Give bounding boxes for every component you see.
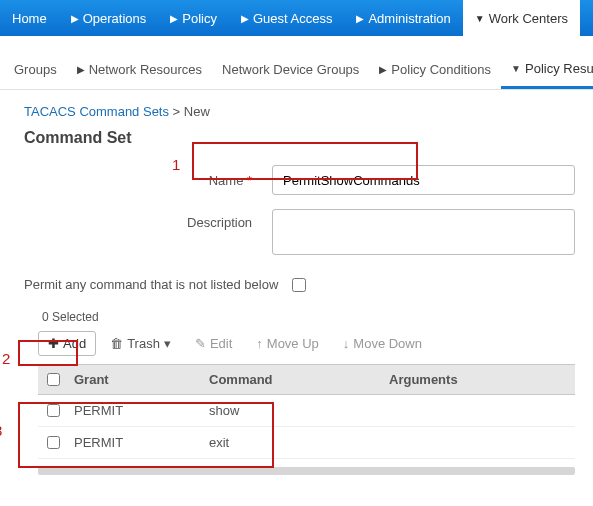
- nav-operations[interactable]: ▶ Operations: [59, 0, 159, 36]
- name-label-wrap: Name *: [18, 173, 272, 188]
- annotation-number-3: 3: [0, 422, 2, 439]
- grid-header: Grant Command Arguments: [38, 365, 575, 395]
- arrow-down-icon: ↓: [343, 336, 350, 351]
- row-checkbox[interactable]: [47, 404, 60, 417]
- permit-any-label: Permit any command that is not listed be…: [24, 277, 278, 292]
- caret-right-icon: ▶: [356, 13, 364, 24]
- caret-down-icon: ▼: [475, 13, 485, 24]
- commands-table-section: 0 Selected ✚ Add 🗑 Trash ▾ ✎ Edit ↑ Move…: [38, 310, 575, 475]
- nav-label: Administration: [368, 11, 450, 26]
- caret-down-icon: ▼: [511, 63, 521, 74]
- caret-right-icon: ▶: [77, 64, 85, 75]
- name-label: Name: [209, 173, 244, 188]
- selected-count: 0 Selected: [42, 310, 575, 324]
- nav-home[interactable]: Home: [0, 0, 59, 36]
- horizontal-scrollbar[interactable]: [38, 467, 575, 475]
- nav-label: Home: [12, 11, 47, 26]
- trash-label: Trash: [127, 336, 160, 351]
- edit-button[interactable]: ✎ Edit: [185, 331, 242, 356]
- select-all-checkbox[interactable]: [47, 373, 60, 386]
- description-label: Description: [18, 209, 272, 230]
- subnav-policy-results[interactable]: ▼ Policy Results: [501, 50, 593, 89]
- subnav-label: Policy Results: [525, 61, 593, 76]
- cell-grant: PERMIT: [68, 435, 203, 450]
- subnav-label: Groups: [14, 62, 57, 77]
- table-toolbar: ✚ Add 🗑 Trash ▾ ✎ Edit ↑ Move Up ↓ Move …: [38, 328, 575, 358]
- edit-icon: ✎: [195, 336, 206, 351]
- header-grant: Grant: [68, 372, 203, 387]
- moveup-label: Move Up: [267, 336, 319, 351]
- breadcrumb-parent[interactable]: TACACS Command Sets: [24, 104, 169, 119]
- table-row[interactable]: PERMIT show: [38, 395, 575, 427]
- plus-icon: ✚: [48, 336, 59, 351]
- page-title: Command Set: [24, 129, 575, 147]
- form-row-name: Name *: [18, 165, 575, 195]
- commands-grid: Grant Command Arguments PERMIT show PERM…: [38, 364, 575, 459]
- content-area: TACACS Command Sets > New Command Set Na…: [0, 90, 593, 475]
- arrow-up-icon: ↑: [256, 336, 263, 351]
- subnav-groups[interactable]: Groups: [4, 50, 67, 89]
- nav-guest-access[interactable]: ▶ Guest Access: [229, 0, 344, 36]
- cell-command: exit: [203, 435, 383, 450]
- header-command: Command: [203, 372, 383, 387]
- cell-command: show: [203, 403, 383, 418]
- header-arguments: Arguments: [383, 372, 575, 387]
- subnav-network-device-groups[interactable]: Network Device Groups: [212, 50, 369, 89]
- header-checkbox-cell: [38, 373, 68, 386]
- permit-any-row: Permit any command that is not listed be…: [24, 277, 575, 292]
- table-row[interactable]: PERMIT exit: [38, 427, 575, 459]
- nav-label: Policy: [182, 11, 217, 26]
- nav-work-centers[interactable]: ▼ Work Centers: [463, 0, 580, 36]
- nav-administration[interactable]: ▶ Administration: [344, 0, 462, 36]
- movedown-label: Move Down: [353, 336, 422, 351]
- form-row-description: Description: [18, 209, 575, 255]
- add-button[interactable]: ✚ Add: [38, 331, 96, 356]
- breadcrumb-sep: >: [173, 104, 181, 119]
- caret-right-icon: ▶: [379, 64, 387, 75]
- description-input[interactable]: [272, 209, 575, 255]
- subnav-label: Policy Conditions: [391, 62, 491, 77]
- caret-right-icon: ▶: [170, 13, 178, 24]
- nav-label: Guest Access: [253, 11, 332, 26]
- annotation-number-2: 2: [2, 350, 10, 367]
- nav-policy[interactable]: ▶ Policy: [158, 0, 229, 36]
- name-input[interactable]: [272, 165, 575, 195]
- breadcrumb: TACACS Command Sets > New: [24, 104, 575, 119]
- cell-grant: PERMIT: [68, 403, 203, 418]
- move-up-button[interactable]: ↑ Move Up: [246, 331, 329, 356]
- subnav-label: Network Resources: [89, 62, 202, 77]
- row-checkbox[interactable]: [47, 436, 60, 449]
- nav-label: Operations: [83, 11, 147, 26]
- trash-icon: 🗑: [110, 336, 123, 351]
- permit-any-checkbox[interactable]: [292, 278, 306, 292]
- breadcrumb-current: New: [184, 104, 210, 119]
- secondary-nav: Groups ▶ Network Resources Network Devic…: [0, 50, 593, 90]
- caret-right-icon: ▶: [71, 13, 79, 24]
- caret-right-icon: ▶: [241, 13, 249, 24]
- caret-down-icon: ▾: [164, 336, 171, 351]
- primary-nav: Home ▶ Operations ▶ Policy ▶ Guest Acces…: [0, 0, 593, 36]
- add-label: Add: [63, 336, 86, 351]
- required-asterisk: *: [247, 173, 252, 188]
- subnav-label: Network Device Groups: [222, 62, 359, 77]
- trash-button[interactable]: 🗑 Trash ▾: [100, 331, 181, 356]
- move-down-button[interactable]: ↓ Move Down: [333, 331, 432, 356]
- subnav-policy-conditions[interactable]: ▶ Policy Conditions: [369, 50, 501, 89]
- nav-label: Work Centers: [489, 11, 568, 26]
- edit-label: Edit: [210, 336, 232, 351]
- subnav-network-resources[interactable]: ▶ Network Resources: [67, 50, 212, 89]
